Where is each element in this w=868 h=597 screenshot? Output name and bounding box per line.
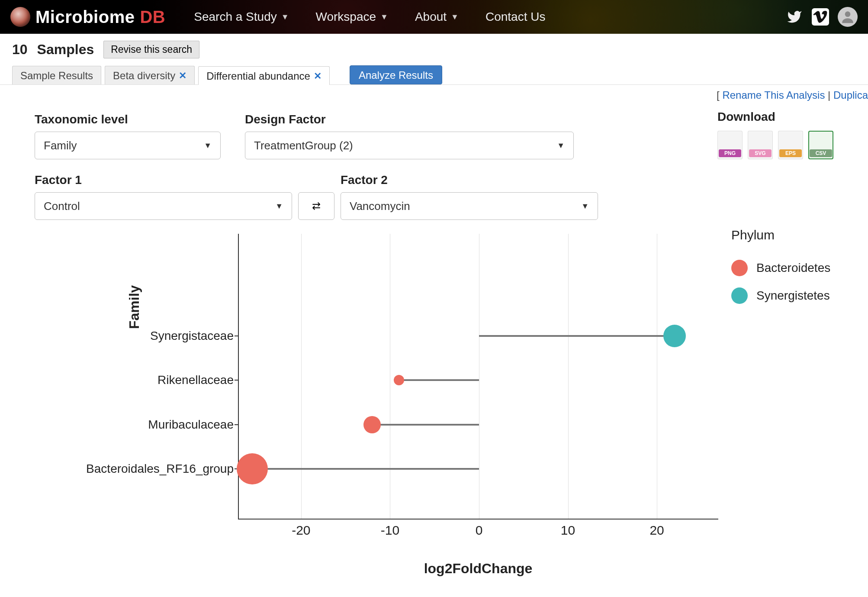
control-label: Taxonomic level [35, 113, 221, 126]
legend-item[interactable]: Synergistetes [731, 287, 861, 304]
design-factor-control: Design Factor TreatmentGroup (2) ▼ [245, 113, 574, 159]
download-control: Download [717, 110, 833, 159]
taxonomic-level-control: Taxonomic level Family ▼ [35, 113, 221, 159]
selected-value: Family [44, 139, 77, 152]
data-point[interactable] [363, 416, 381, 433]
svg-point-0 [845, 11, 851, 17]
y-tick-mark [235, 424, 239, 425]
y-tick-label: Bacteroidales_RF16_group [61, 462, 234, 476]
tab-differential-abundance[interactable]: Differential abundance ✕ [198, 66, 330, 85]
nav-label: Contact Us [485, 10, 546, 24]
chart: Family Phylum BacteroidetesSynergistetes… [52, 234, 851, 571]
selected-value: Vancomycin [350, 200, 410, 213]
nav-label: Search a Study [194, 10, 276, 24]
x-tick-label: -10 [373, 523, 407, 538]
taxonomic-level-select[interactable]: Family ▼ [35, 132, 221, 159]
header-icons [786, 7, 858, 27]
nav-search-study[interactable]: Search a Study ▼ [194, 10, 289, 24]
lollipop-stem [479, 335, 675, 337]
caret-down-icon: ▼ [380, 13, 388, 22]
swap-factors-button[interactable]: ⇄ [298, 192, 334, 220]
analysis-action-links: [ Rename This Analysis | Duplica [0, 85, 868, 101]
x-axis-label: log2FoldChange [238, 561, 718, 577]
download-png-button[interactable] [717, 131, 743, 159]
chevron-down-icon: ▼ [557, 141, 565, 150]
data-point[interactable] [394, 375, 404, 385]
legend: Phylum BacteroidetesSynergistetes [731, 228, 861, 315]
analysis-controls: Taxonomic level Family ▼ Design Factor T… [0, 101, 868, 220]
x-tick-label: 20 [640, 523, 674, 538]
legend-swatch [731, 287, 748, 304]
logo-icon [10, 7, 30, 27]
lollipop-stem [399, 379, 479, 381]
nav-label: About [415, 10, 447, 24]
y-tick-label: Muribaculaceae [61, 418, 234, 432]
sample-count: 10 [12, 42, 28, 58]
vimeo-icon[interactable] [812, 8, 829, 26]
plot-area: Phylum BacteroidetesSynergistetes -20-10… [238, 234, 718, 520]
y-tick-mark [235, 380, 239, 381]
factor1-select[interactable]: Control ▼ [35, 192, 292, 220]
download-eps-button[interactable] [778, 131, 803, 159]
design-factor-select[interactable]: TreatmentGroup (2) ▼ [245, 132, 574, 159]
factor2-control: Factor 2 Vancomycin ▼ [341, 173, 598, 220]
data-point[interactable] [237, 453, 268, 484]
x-tick-label: 10 [551, 523, 585, 538]
duplicate-analysis-link[interactable]: Duplica [833, 89, 868, 101]
chevron-down-icon: ▼ [275, 202, 283, 211]
lollipop-stem [372, 424, 479, 426]
gridline [390, 234, 390, 519]
rename-analysis-link[interactable]: Rename This Analysis [722, 89, 825, 101]
y-axis-label: Family [126, 285, 142, 329]
chevron-down-icon: ▼ [581, 202, 589, 211]
gridline [657, 234, 657, 519]
y-tick-mark [235, 336, 239, 336]
result-summary: 10 Samples Revise this search [0, 34, 868, 63]
control-label: Download [717, 110, 833, 124]
x-tick-label: -20 [284, 523, 318, 538]
legend-label: Bacteroidetes [756, 261, 830, 275]
control-label: Factor 1 [35, 173, 292, 187]
close-icon[interactable]: ✕ [179, 70, 186, 81]
brand[interactable]: MicrobiomeDB [10, 7, 165, 27]
nav-label: Workspace [316, 10, 376, 24]
y-tick-label: Rikenellaceae [61, 373, 234, 387]
chevron-down-icon: ▼ [204, 141, 212, 150]
download-csv-button[interactable] [808, 131, 833, 159]
sample-label: Samples [37, 42, 94, 58]
legend-title: Phylum [731, 228, 861, 242]
nav-workspace[interactable]: Workspace ▼ [316, 10, 388, 24]
factor2-select[interactable]: Vancomycin ▼ [341, 192, 598, 220]
gridline [568, 234, 569, 519]
revise-search-button[interactable]: Revise this search [103, 41, 199, 58]
tab-label: Sample Results [20, 70, 93, 82]
selected-value: TreatmentGroup (2) [254, 139, 353, 152]
legend-item[interactable]: Bacteroidetes [731, 260, 861, 276]
brand-text-b: DB [140, 7, 165, 27]
twitter-icon[interactable] [786, 8, 803, 26]
factor1-control: Factor 1 Control ▼ [35, 173, 292, 220]
caret-down-icon: ▼ [281, 13, 289, 22]
control-label: Factor 2 [341, 173, 598, 187]
brand-text-a: Microbiome [35, 7, 135, 27]
tab-label: Beta diversity [113, 70, 175, 82]
nav-contact[interactable]: Contact Us [485, 10, 546, 24]
tab-sample-results[interactable]: Sample Results [12, 66, 101, 84]
user-avatar-icon[interactable] [838, 7, 858, 27]
gridline [479, 234, 479, 519]
gridline [301, 234, 302, 519]
x-tick-label: 0 [462, 523, 496, 538]
selected-value: Control [44, 200, 80, 213]
data-point[interactable] [663, 325, 686, 347]
analyze-results-button[interactable]: Analyze Results [350, 65, 442, 84]
tab-beta-diversity[interactable]: Beta diversity ✕ [105, 66, 195, 84]
download-svg-button[interactable] [748, 131, 773, 159]
close-icon[interactable]: ✕ [314, 71, 321, 82]
app-header: MicrobiomeDB Search a Study ▼ Workspace … [0, 0, 868, 34]
caret-down-icon: ▼ [451, 13, 459, 22]
lollipop-stem [252, 468, 479, 470]
separator: | [828, 89, 833, 101]
y-tick-label: Synergistaceae [61, 329, 234, 343]
tab-label: Differential abundance [206, 70, 310, 82]
nav-about[interactable]: About ▼ [415, 10, 459, 24]
